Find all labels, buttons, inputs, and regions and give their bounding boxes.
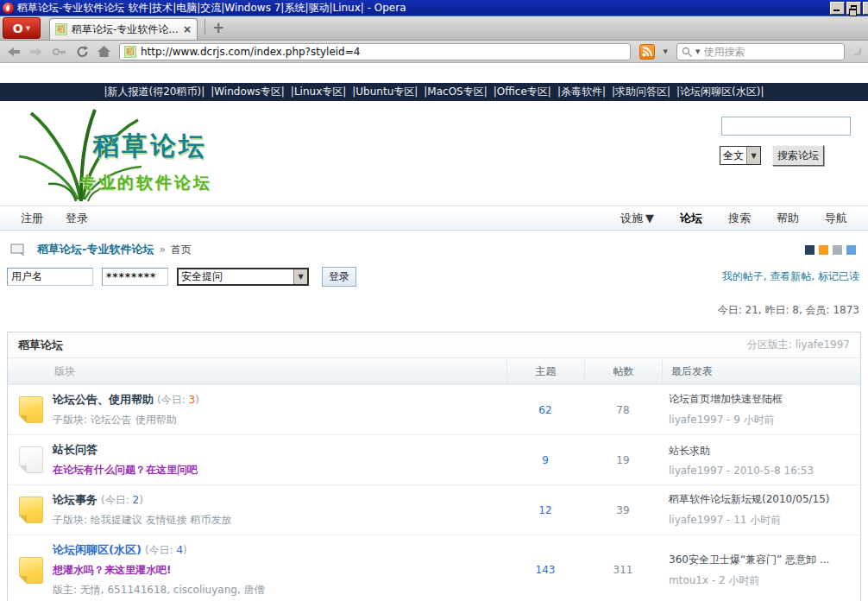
style-swatch-orange[interactable]: [819, 245, 828, 255]
logo-subtitle: 专业的软件论坛: [79, 172, 212, 194]
style-swatch-gray[interactable]: [833, 245, 842, 255]
today-label: (今日:: [145, 544, 177, 556]
opera-menu-button[interactable]: O ▼: [3, 17, 41, 39]
table-row: 论坛公告、使用帮助(今日: 3) 子版块: 论坛公告 使用帮助 62 78 论坛…: [8, 384, 860, 434]
menu-register[interactable]: 注册: [21, 211, 43, 226]
forum-search-button[interactable]: 搜索论坛: [772, 145, 824, 166]
today-label: (今日:: [101, 494, 133, 506]
top-nav-link[interactable]: |Ubuntu专区|: [352, 85, 418, 99]
restore-button[interactable]: [846, 2, 861, 15]
top-nav-link[interactable]: |求助问答区|: [612, 85, 670, 99]
subforum-links[interactable]: 子版块: 论坛公告 使用帮助: [53, 413, 199, 427]
forum-new-posts-icon: [19, 396, 43, 423]
tab-close-icon[interactable]: ×: [183, 23, 192, 35]
rss-dropdown-icon[interactable]: ▼: [664, 48, 668, 55]
quick-login-form: 安全提问 ▼ 登录 我的帖子, 查看新帖, 标记已读: [0, 267, 868, 287]
rss-button[interactable]: [639, 44, 655, 60]
forum-link[interactable]: 论坛闲聊区(水区): [53, 543, 142, 556]
mark-read-link[interactable]: 标记已读: [818, 270, 859, 282]
resize-gripper-icon[interactable]: [853, 47, 861, 55]
top-nav-link[interactable]: |Office专区|: [494, 85, 551, 99]
minimize-icon: [833, 9, 840, 11]
top-nav-link[interactable]: |论坛闲聊区(水区)|: [676, 85, 764, 99]
page-content: |新人报道(得20稻币)||Windows专区||Linux专区||Ubuntu…: [0, 83, 868, 601]
new-posts-link[interactable]: 查看新帖: [770, 270, 811, 282]
back-button[interactable]: [7, 47, 21, 57]
window-title: 稻草论坛-专业软件论坛 软件|技术|电脑|交流|Windows 7|系统|驱动|…: [17, 1, 827, 16]
top-nav-link[interactable]: |杀毒软件|: [557, 85, 606, 99]
category-header: 稻草论坛 分区版主: liyafe1997: [8, 332, 860, 358]
breadcrumb-page: 首页: [171, 243, 192, 257]
today-label: ): [183, 544, 187, 556]
my-posts-link[interactable]: 我的帖子: [722, 270, 764, 282]
forum-description: 想灌水吗？来这里灌水吧!: [53, 563, 265, 578]
last-post-meta: liyafe1997 - 2010-5-8 16:53: [669, 465, 860, 477]
tab-separator: [204, 19, 205, 35]
login-button[interactable]: 登录: [322, 267, 356, 287]
tab-forum[interactable]: 稻 稻草论坛-专业软件论... ×: [49, 18, 198, 40]
last-post-link[interactable]: 稻草软件论坛新坛规(2010/05/15): [669, 492, 860, 507]
moderator-links[interactable]: 版主: 无情, 651141618, ciscoliuyang, 唐僧: [53, 583, 265, 598]
forum-new-posts-icon: [19, 557, 43, 584]
forum-link[interactable]: 站长问答: [53, 443, 97, 456]
top-nav-link[interactable]: |Linux专区|: [291, 85, 346, 99]
subforum-links[interactable]: 子版块: 给我提建议 友情链接 稻币发放: [53, 513, 232, 528]
menu-search[interactable]: 搜索: [728, 211, 751, 226]
category-title[interactable]: 稻草论坛: [18, 338, 63, 353]
browser-search-input[interactable]: [703, 46, 840, 58]
menu-forum[interactable]: 论坛: [680, 211, 702, 226]
forward-icon: [29, 47, 43, 57]
thread-count-link[interactable]: 9: [506, 454, 584, 466]
forum-search-input[interactable]: [721, 117, 851, 136]
menu-nav[interactable]: 导航: [825, 211, 847, 226]
forum-table: 稻草论坛 分区版主: liyafe1997 版块 主题 帖数 最后发表 论坛公告…: [7, 332, 861, 601]
breadcrumb-site-link[interactable]: 稻草论坛-专业软件论坛: [37, 242, 154, 257]
forum-link[interactable]: 论坛事务: [53, 493, 97, 506]
column-forum: 版块: [8, 364, 506, 379]
search-engine-dropdown-icon[interactable]: ▼: [695, 48, 700, 55]
last-post-link[interactable]: 360安全卫士爆“兼容门” 恶意卸 ...: [669, 553, 860, 567]
top-nav-link[interactable]: |MacOS专区|: [424, 85, 487, 99]
window-titlebar: 稻草论坛-专业软件论坛 软件|技术|电脑|交流|Windows 7|系统|驱动|…: [0, 0, 868, 16]
address-bar: 稻 http://www.dcrjs.com/index.php?styleid…: [0, 41, 868, 63]
style-swatch-blue[interactable]: [846, 245, 856, 255]
top-nav-link[interactable]: |新人报道(得20稻币)|: [104, 85, 204, 99]
last-post-link[interactable]: 论坛首页增加快速登陆框: [669, 392, 860, 407]
rss-icon: [642, 47, 652, 57]
password-field[interactable]: [102, 268, 168, 286]
menu-help[interactable]: 帮助: [777, 211, 799, 226]
style-swatch-navy[interactable]: [805, 245, 815, 255]
last-post-meta: mtou1x - 2 小时前: [669, 573, 860, 588]
thread-count-link[interactable]: 143: [506, 564, 584, 576]
reload-button[interactable]: [76, 46, 89, 58]
search-scope-select[interactable]: 全文 ▼: [720, 146, 761, 165]
close-button[interactable]: [863, 2, 868, 15]
wand-button[interactable]: [52, 47, 67, 57]
new-tab-button[interactable]: +: [212, 21, 224, 35]
menu-settings[interactable]: 设施 ▼: [620, 211, 654, 226]
minimize-button[interactable]: [830, 2, 845, 15]
forum-link[interactable]: 论坛公告、使用帮助: [53, 393, 154, 406]
home-button[interactable]: [97, 46, 110, 57]
chevron-down-icon: ▼: [26, 25, 30, 32]
last-post-meta: liyafe1997 - 11 小时前: [669, 513, 860, 528]
browser-search-field[interactable]: ▼: [676, 43, 845, 60]
security-question-value: 安全提问: [179, 269, 293, 284]
forward-button[interactable]: [29, 47, 43, 57]
thread-count-link[interactable]: 12: [506, 504, 584, 516]
today-label: ): [195, 394, 199, 406]
breadcrumb: 稻草论坛-专业软件论坛 » 首页: [10, 242, 859, 257]
menu-settings-label: 设施: [620, 211, 643, 226]
category-moderator: 分区版主: liyafe1997: [747, 338, 850, 352]
top-nav-link[interactable]: |Windows专区|: [211, 85, 285, 99]
security-question-select[interactable]: 安全提问 ▼: [177, 268, 309, 286]
username-field[interactable]: [7, 268, 93, 286]
opera-menu-icon: O: [13, 22, 23, 35]
post-count: 78: [584, 404, 662, 416]
last-post-link[interactable]: 站长求助: [669, 444, 860, 459]
thread-count-link[interactable]: 62: [506, 404, 584, 416]
forum-stats: 今日: 21, 昨日: 8, 会员: 1873: [0, 303, 868, 318]
menu-login[interactable]: 登录: [66, 211, 88, 226]
restore-icon: [851, 5, 857, 10]
url-field[interactable]: 稻 http://www.dcrjs.com/index.php?styleid…: [119, 43, 631, 60]
